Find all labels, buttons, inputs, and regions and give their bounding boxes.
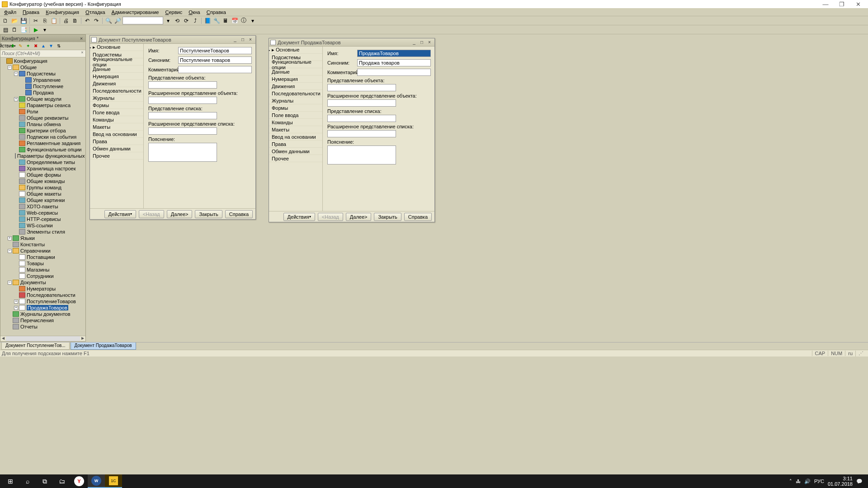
tree-hscroll[interactable]: ◀▶ — [0, 336, 85, 341]
tree-item[interactable]: Параметры сеанса — [0, 102, 85, 108]
tray-notifications-icon[interactable]: 💬 — [856, 479, 863, 484]
tree-item[interactable]: Общие команды — [0, 178, 85, 184]
nav-item[interactable]: Журналы — [269, 97, 322, 104]
menu-Конфигурация[interactable]: Конфигурация — [42, 9, 82, 15]
tree-item[interactable]: Отчеты — [0, 324, 85, 330]
doc2-close-icon[interactable]: × — [426, 39, 433, 46]
nav-item[interactable]: Макеты — [269, 126, 322, 133]
nav-item[interactable]: ▸ Основные — [90, 44, 143, 51]
doc2-objrep-input[interactable] — [327, 84, 396, 91]
tb2-icon-1[interactable]: ▤ — [1, 26, 9, 34]
doc2-listrep-input[interactable] — [327, 115, 396, 122]
doc2-extobjrep-input[interactable] — [327, 99, 396, 107]
tree-item[interactable]: Магазины — [0, 267, 85, 273]
doc1-min-icon[interactable]: _ — [231, 37, 239, 43]
tree-item[interactable]: Журналы документов — [0, 311, 85, 317]
nav-item[interactable]: Нумерация — [269, 75, 322, 83]
tree-item[interactable]: XDTO-пакеты — [0, 203, 85, 210]
doc1-listrep-input[interactable] — [148, 112, 217, 119]
doc2-close-button[interactable]: Закрыть — [374, 213, 401, 221]
doc1-actions-button[interactable]: Действия — [104, 210, 136, 218]
nav-item[interactable]: Поле ввода — [90, 109, 143, 116]
doc1-close-icon[interactable]: × — [247, 37, 254, 43]
nav-back-icon[interactable]: ⟲ — [173, 17, 181, 25]
panel-delete-icon[interactable]: ✖ — [32, 42, 39, 50]
tree-item[interactable]: Поступление — [0, 83, 85, 89]
dropdown-icon[interactable]: ▾ — [164, 17, 172, 25]
redo-icon[interactable]: ↷ — [92, 17, 100, 25]
tb2-icon-2[interactable]: 🗒 — [10, 26, 19, 34]
menu-Правка[interactable]: Правка — [19, 9, 42, 15]
copy-icon[interactable]: ⎘ — [41, 17, 49, 25]
close-button[interactable]: ✕ — [850, 0, 866, 8]
nav-item[interactable]: Нумерация — [90, 73, 143, 80]
nav-item[interactable]: ▸ Основные — [269, 47, 322, 54]
tree-item[interactable]: −Общие — [0, 64, 85, 70]
doc1-next-button[interactable]: Далее> — [167, 210, 193, 218]
help-icon[interactable]: ⓘ — [240, 17, 248, 25]
doc1-extlistrep-input[interactable] — [148, 127, 217, 135]
nav-item[interactable]: Команды — [269, 119, 322, 126]
tree-item[interactable]: Сотрудники — [0, 273, 85, 279]
tree-item[interactable]: Общие формы — [0, 172, 85, 178]
find-icon[interactable]: 🔍 — [104, 17, 113, 25]
doc2-synonym-input[interactable] — [357, 59, 431, 66]
doc1-comment-input[interactable] — [178, 66, 252, 73]
nav-item[interactable]: Поле ввода — [269, 112, 322, 119]
doc1-explain-input[interactable] — [148, 143, 217, 162]
open-icon[interactable]: 📂 — [10, 17, 19, 25]
tree-item[interactable]: Группы команд — [0, 184, 85, 191]
yandex-icon[interactable]: Y — [71, 474, 88, 488]
menu-Окна[interactable]: Окна — [185, 9, 203, 15]
doc2-comment-input[interactable] — [357, 69, 431, 76]
tree-item[interactable]: Подписки на события — [0, 134, 85, 140]
tray-ime[interactable]: РУС — [814, 479, 824, 484]
tree-item[interactable]: −Справочники — [0, 248, 85, 254]
tree-item[interactable]: HTTP-сервисы — [0, 216, 85, 222]
tree-item[interactable]: Общие реквизиты — [0, 115, 85, 121]
search-combo[interactable] — [123, 17, 163, 24]
menu-Файл[interactable]: Файл — [1, 9, 19, 15]
search-icon[interactable]: ⌕ — [19, 474, 36, 488]
calendar-icon[interactable]: 📅 — [231, 17, 239, 25]
new-icon[interactable]: 🗋 — [1, 17, 9, 25]
taskview-icon[interactable]: ⧉ — [36, 474, 53, 488]
tree-item[interactable]: Определяемые типы — [0, 159, 85, 165]
nav-item[interactable]: Прочее — [269, 155, 322, 162]
nav-item[interactable]: Обмен данными — [269, 148, 322, 155]
menu-Отладка[interactable]: Отладка — [82, 9, 108, 15]
tray-clock[interactable]: 3:1101.07.2018 — [828, 476, 853, 487]
goto-icon[interactable]: ⤴ — [191, 17, 199, 25]
nav-item[interactable]: Движения — [269, 83, 322, 90]
run-icon[interactable]: ▶ — [32, 26, 40, 34]
menu-Справка[interactable]: Справка — [203, 9, 229, 15]
doc1-close-button[interactable]: Закрыть — [195, 210, 222, 218]
doc1-titlebar[interactable]: Документ ПоступлениеТоваров _ □ × — [90, 36, 255, 44]
tree-item[interactable]: −Подсистемы — [0, 70, 85, 77]
doc1-help-button[interactable]: Справка — [225, 210, 253, 218]
panel-search-clear-icon[interactable]: × — [79, 50, 85, 57]
tree-item[interactable]: Поставщики — [0, 254, 85, 260]
save-icon[interactable]: 💾 — [19, 17, 28, 25]
doc2-help-button[interactable]: Справка — [404, 213, 432, 221]
mdi-tab[interactable]: Документ ПродажаТоваров — [71, 343, 136, 350]
panel-up-icon[interactable]: ▲ — [40, 42, 47, 50]
panel-actions-button[interactable]: Действия — [1, 42, 9, 50]
system-tray[interactable]: ˄ 🖧 🔊 РУС 3:1101.07.2018 💬 — [789, 476, 866, 487]
tray-volume-icon[interactable]: 🔊 — [804, 479, 811, 484]
tree-item[interactable]: WS-ссылки — [0, 222, 85, 229]
tree-item[interactable]: +ПродажаТоваров — [0, 305, 85, 311]
doc1-name-input[interactable] — [178, 47, 252, 54]
undo-icon[interactable]: ↶ — [83, 17, 91, 25]
tree-item[interactable]: Общие картинки — [0, 197, 85, 203]
doc2-max-icon[interactable]: □ — [418, 39, 425, 46]
props-icon[interactable]: 🔧 — [212, 17, 221, 25]
nav-item[interactable]: Права — [90, 138, 143, 145]
tree-item[interactable]: +ПоступлениеТоваров — [0, 298, 85, 305]
nav-item[interactable]: Последовательности — [90, 87, 143, 94]
word-icon[interactable]: W — [88, 474, 105, 488]
doc1-objrep-input[interactable] — [148, 81, 217, 89]
nav-item[interactable]: Обмен данными — [90, 145, 143, 152]
minimize-button[interactable]: — — [817, 0, 834, 8]
tree-item[interactable]: Продажа — [0, 89, 85, 96]
